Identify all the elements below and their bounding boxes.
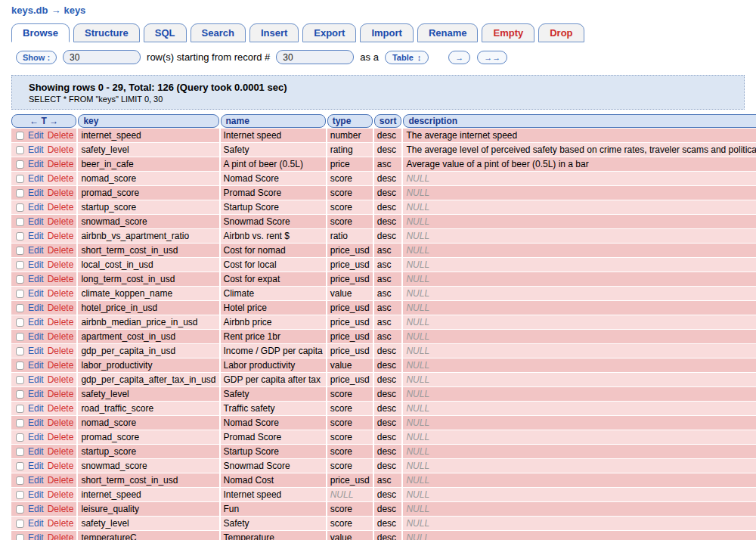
delete-link[interactable]: Delete <box>48 417 74 429</box>
edit-link[interactable]: Edit <box>28 503 44 515</box>
edit-link[interactable]: Edit <box>28 460 44 472</box>
edit-link[interactable]: Edit <box>28 259 44 271</box>
delete-link[interactable]: Delete <box>48 302 74 314</box>
delete-link[interactable]: Delete <box>48 489 74 501</box>
delete-link[interactable]: Delete <box>48 388 74 400</box>
delete-link[interactable]: Delete <box>48 460 74 472</box>
start-record-input[interactable] <box>276 50 354 64</box>
column-header-key[interactable]: key <box>78 114 218 128</box>
edit-link[interactable]: Edit <box>28 374 44 386</box>
next-page-button[interactable]: → <box>448 51 470 64</box>
delete-link[interactable]: Delete <box>48 331 74 343</box>
edit-link[interactable]: Edit <box>28 474 44 486</box>
column-header-type[interactable]: type <box>327 114 373 128</box>
tab-empty[interactable]: Empty <box>482 23 534 42</box>
row-checkbox[interactable] <box>16 448 24 456</box>
delete-link[interactable]: Delete <box>48 259 74 271</box>
tab-structure[interactable]: Structure <box>73 23 140 42</box>
edit-link[interactable]: Edit <box>28 287 44 299</box>
row-checkbox[interactable] <box>16 534 24 540</box>
edit-link[interactable]: Edit <box>28 345 44 357</box>
row-checkbox[interactable] <box>16 146 24 154</box>
row-checkbox[interactable] <box>16 333 24 341</box>
edit-link[interactable]: Edit <box>28 431 44 443</box>
delete-link[interactable]: Delete <box>48 287 74 299</box>
delete-link[interactable]: Delete <box>48 129 74 141</box>
edit-link[interactable]: Edit <box>28 216 44 228</box>
edit-link[interactable]: Edit <box>28 244 44 256</box>
tab-rename[interactable]: Rename <box>417 23 479 42</box>
row-checkbox[interactable] <box>16 304 24 312</box>
row-checkbox[interactable] <box>16 462 24 470</box>
edit-link[interactable]: Edit <box>28 331 44 343</box>
delete-link[interactable]: Delete <box>48 144 74 156</box>
edit-link[interactable]: Edit <box>28 158 44 170</box>
tab-export[interactable]: Export <box>302 23 356 42</box>
edit-link[interactable]: Edit <box>28 302 44 314</box>
row-checkbox[interactable] <box>16 132 24 140</box>
row-checkbox[interactable] <box>16 433 24 442</box>
row-checkbox[interactable] <box>16 362 24 370</box>
column-header-sort[interactable]: sort <box>374 114 402 128</box>
edit-link[interactable]: Edit <box>28 129 44 141</box>
delete-link[interactable]: Delete <box>48 216 74 228</box>
delete-link[interactable]: Delete <box>48 230 74 242</box>
delete-link[interactable]: Delete <box>48 187 74 199</box>
delete-link[interactable]: Delete <box>48 402 74 414</box>
edit-link[interactable]: Edit <box>28 230 44 242</box>
row-checkbox[interactable] <box>16 275 24 284</box>
show-button[interactable]: Show : <box>16 51 57 64</box>
edit-link[interactable]: Edit <box>28 172 44 185</box>
row-checkbox[interactable] <box>16 318 24 327</box>
edit-link[interactable]: Edit <box>28 517 44 529</box>
edit-link[interactable]: Edit <box>28 445 44 458</box>
edit-link[interactable]: Edit <box>28 187 44 199</box>
row-checkbox[interactable] <box>16 376 24 384</box>
column-header-description[interactable]: description <box>403 114 756 128</box>
tab-search[interactable]: Search <box>191 23 246 42</box>
delete-link[interactable]: Delete <box>48 374 74 386</box>
delete-link[interactable]: Delete <box>48 201 74 213</box>
edit-link[interactable]: Edit <box>28 316 44 328</box>
row-checkbox[interactable] <box>16 160 24 169</box>
row-checkbox[interactable] <box>16 247 24 255</box>
delete-link[interactable]: Delete <box>48 431 74 443</box>
row-checkbox[interactable] <box>16 390 24 399</box>
row-checkbox[interactable] <box>16 175 24 183</box>
row-checkbox[interactable] <box>16 505 24 514</box>
row-checkbox[interactable] <box>16 520 24 528</box>
row-checkbox[interactable] <box>16 347 24 355</box>
edit-link[interactable]: Edit <box>28 273 44 285</box>
edit-link[interactable]: Edit <box>28 489 44 501</box>
row-checkbox[interactable] <box>16 189 24 197</box>
column-header-name[interactable]: name <box>221 114 326 128</box>
edit-link[interactable]: Edit <box>28 201 44 213</box>
delete-link[interactable]: Delete <box>48 273 74 285</box>
row-checkbox[interactable] <box>16 203 24 212</box>
edit-link[interactable]: Edit <box>28 359 44 371</box>
edit-link[interactable]: Edit <box>28 144 44 156</box>
rows-count-input[interactable] <box>63 50 141 64</box>
edit-link[interactable]: Edit <box>28 402 44 414</box>
tab-insert[interactable]: Insert <box>249 23 299 42</box>
delete-link[interactable]: Delete <box>48 172 74 185</box>
delete-link[interactable]: Delete <box>48 244 74 256</box>
delete-link[interactable]: Delete <box>48 532 74 540</box>
breadcrumb-db-link[interactable]: keys.db <box>11 5 48 16</box>
delete-link[interactable]: Delete <box>48 158 74 170</box>
tab-drop[interactable]: Drop <box>538 23 584 42</box>
row-checkbox[interactable] <box>16 218 24 226</box>
tab-import[interactable]: Import <box>360 23 413 42</box>
tab-sql[interactable]: SQL <box>144 23 187 42</box>
last-page-button[interactable]: →→ <box>477 51 507 64</box>
row-checkbox[interactable] <box>16 491 24 499</box>
delete-link[interactable]: Delete <box>48 359 74 371</box>
row-checkbox[interactable] <box>16 419 24 427</box>
delete-link[interactable]: Delete <box>48 316 74 328</box>
edit-link[interactable]: Edit <box>28 417 44 429</box>
column-header-actions[interactable]: ← T → <box>11 114 76 128</box>
delete-link[interactable]: Delete <box>48 517 74 529</box>
delete-link[interactable]: Delete <box>48 474 74 486</box>
delete-link[interactable]: Delete <box>48 445 74 458</box>
delete-link[interactable]: Delete <box>48 503 74 515</box>
